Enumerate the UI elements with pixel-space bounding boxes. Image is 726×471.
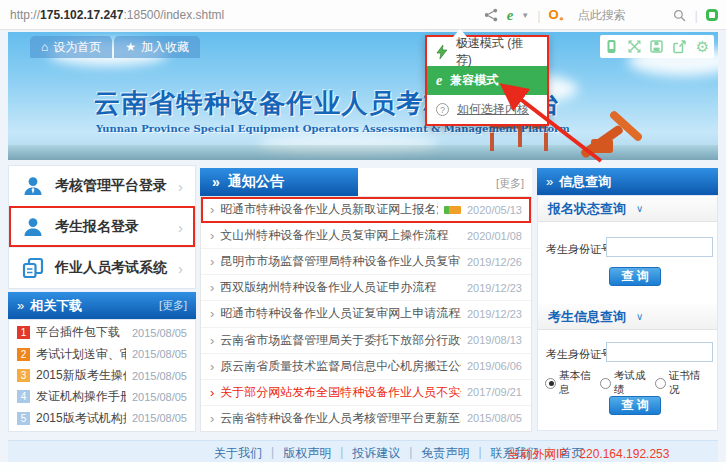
download-title: 考试计划送审、审核 ... bbox=[36, 346, 126, 363]
notice-item[interactable]: › 西双版纳州特种设备作业人员证申办流程 2019/12/23 bbox=[201, 275, 531, 301]
section-candidate-info-query[interactable]: 考生信息查询 ∨ bbox=[538, 304, 717, 330]
url-field[interactable]: http://175.102.17.247:18500/index.shtml bbox=[10, 8, 224, 22]
sidebar-item-exam-system[interactable]: 作业人员考试系统 › bbox=[9, 247, 195, 288]
downloads-list: 1 平台插件包下载 2015/08/05 2 考试计划送审、审核 ... 201… bbox=[8, 319, 196, 432]
downloads-more-link[interactable]: [更多] bbox=[159, 298, 187, 313]
notice-item[interactable]: › 关于部分网站发布全国特种设备作业人员不实信息... 2017/09/21 bbox=[201, 380, 531, 406]
download-date: 2015/08/05 bbox=[132, 412, 187, 424]
notice-item[interactable]: › 原云南省质量技术监督局信息中心机房搬迁公告 2019/06/06 bbox=[201, 354, 531, 380]
notice-item[interactable]: › 云南省市场监督管理局关于委托下放部分行政许可... 2019/08/13 bbox=[201, 328, 531, 354]
notice-title: 云南省特种设备作业人员考核管理平台更新至20... bbox=[220, 410, 461, 427]
menu-item-kernel-help[interactable]: ? 如何选择内核 bbox=[427, 95, 547, 124]
item-arrow-icon: › bbox=[210, 254, 214, 269]
footer-link-disclaimer[interactable]: 免责声明 bbox=[421, 445, 469, 462]
query-button[interactable]: 查 询 bbox=[609, 396, 661, 415]
notice-title: 原云南省质量技术监督局信息中心机房搬迁公告 bbox=[220, 358, 461, 375]
mode-dropdown-caret-icon[interactable]: ▼ bbox=[521, 11, 529, 20]
notice-date: 2020/01/08 bbox=[467, 230, 522, 242]
download-item[interactable]: 4 发证机构操作手册 2015/08/05 bbox=[9, 386, 195, 407]
radio-icon bbox=[655, 378, 666, 389]
ie-icon: e bbox=[436, 73, 442, 89]
person-tie-icon bbox=[21, 174, 45, 198]
downloads-title: 相关下载 bbox=[30, 297, 159, 315]
candidate-id-input[interactable] bbox=[606, 342, 713, 362]
mobile-icon[interactable] bbox=[604, 39, 619, 54]
notice-title: 昭通市特种设备作业人员新取证网上报名流程 bbox=[220, 201, 438, 218]
notice-date: 2019/12/23 bbox=[467, 308, 522, 320]
notices-more-link[interactable]: [更多] bbox=[496, 176, 524, 191]
radio-icon bbox=[545, 378, 556, 389]
item-arrow-icon: › bbox=[210, 280, 214, 295]
footer-link-complaints[interactable]: 投诉建议 bbox=[352, 445, 400, 462]
page-bottom-margin bbox=[0, 462, 726, 471]
radio-certificate-status[interactable]: 证书情况 bbox=[655, 369, 710, 397]
notice-item[interactable]: › 文山州特种设备作业人员复审网上操作流程 2020/01/08 bbox=[201, 223, 531, 249]
browser-address-bar: http://175.102.17.247:18500/index.shtml … bbox=[0, 0, 726, 30]
lightning-icon bbox=[436, 45, 448, 59]
footer-link-about[interactable]: 关于我们 bbox=[214, 445, 262, 462]
notice-date: 2019/08/13 bbox=[467, 334, 522, 346]
menu-item-compat-mode[interactable]: e 兼容模式 bbox=[427, 66, 547, 95]
set-homepage-link[interactable]: ⌂ 设为首页 bbox=[30, 36, 112, 58]
divider: | bbox=[409, 445, 412, 462]
download-date: 2015/08/05 bbox=[132, 327, 187, 339]
notices-list: › 昭通市特种设备作业人员新取证网上报名流程 2020/05/13 › 文山州特… bbox=[200, 196, 532, 432]
divider: | bbox=[695, 8, 698, 23]
sidebar-item-candidate-signup-login[interactable]: 考生报名登录 › bbox=[9, 206, 195, 247]
fullscreen-icon[interactable] bbox=[627, 39, 642, 54]
crane-cab-art bbox=[591, 139, 613, 153]
save-icon[interactable] bbox=[649, 39, 664, 54]
tab-notices[interactable]: » 通知公告 bbox=[200, 168, 358, 196]
notice-title: 文山州特种设备作业人员复审网上操作流程 bbox=[220, 227, 461, 244]
download-item[interactable]: 3 2015新版考生操作... 2015/08/05 bbox=[9, 365, 195, 386]
section-signup-status-query[interactable]: 报名状态查询 ∨ bbox=[538, 196, 717, 222]
chevron-right-icon: › bbox=[178, 260, 183, 277]
download-title: 平台插件包下载 bbox=[36, 324, 126, 341]
rank-badge: 5 bbox=[17, 412, 30, 425]
share-icon[interactable] bbox=[484, 8, 499, 23]
notice-item[interactable]: › 昭通市特种设备作业人员新取证网上报名流程 2020/05/13 bbox=[201, 197, 531, 223]
notice-title: 昆明市市场监督管理局特种设备作业人员复审流程... bbox=[220, 253, 461, 270]
candidate-id-input[interactable] bbox=[606, 237, 713, 257]
add-favorite-link[interactable]: ★ 加入收藏 bbox=[114, 36, 200, 58]
notice-item[interactable]: › 昆明市市场监督管理局特种设备作业人员复审流程... 2019/12/26 bbox=[201, 249, 531, 275]
search-input[interactable]: O。 点此搜索 bbox=[549, 6, 687, 24]
rank-badge: 1 bbox=[17, 326, 30, 339]
sidebar-item-assessment-platform-login[interactable]: 考核管理平台登录 › bbox=[9, 166, 195, 206]
notice-item[interactable]: › 云南省特种设备作业人员考核管理平台更新至20... 2015/08/05 bbox=[201, 406, 531, 431]
download-item[interactable]: 2 考试计划送审、审核 ... 2015/08/05 bbox=[9, 343, 195, 364]
menu-item-speed-mode[interactable]: 极速模式 (推荐) bbox=[427, 37, 547, 66]
download-item[interactable]: 5 2015版考试机构操... 2015/08/05 bbox=[9, 408, 195, 429]
item-arrow-icon: › bbox=[210, 306, 214, 321]
notice-date: 2015/08/05 bbox=[467, 412, 522, 424]
extension-icon[interactable] bbox=[706, 9, 718, 21]
notice-title: 关于部分网站发布全国特种设备作业人员不实信息... bbox=[220, 384, 461, 401]
double-chevron-icon: » bbox=[212, 174, 220, 190]
item-arrow-icon: › bbox=[210, 202, 214, 217]
export-icon[interactable] bbox=[672, 39, 687, 54]
notice-date: 2019/06/06 bbox=[467, 360, 522, 372]
rank-badge: 2 bbox=[17, 348, 30, 361]
login-panel: 考核管理平台登录 › 考生报名登录 › 作业人员考试系统 › bbox=[8, 165, 196, 289]
radio-exam-score[interactable]: 考试成绩 bbox=[600, 369, 655, 397]
double-chevron-icon: » bbox=[546, 174, 553, 189]
chevron-down-icon: ∨ bbox=[636, 311, 643, 322]
page-footer: 关于我们 | 版权声明 | 投诉建议 | 免责声明 | 联系我们 | 首页 当前… bbox=[8, 440, 718, 462]
notice-date: 2017/09/21 bbox=[467, 386, 522, 398]
exam-doc-icon bbox=[21, 256, 45, 280]
star-icon: ★ bbox=[125, 41, 136, 53]
notice-item[interactable]: › 昭通市特种设备作业人员证复审网上申请流程及相... 2019/12/23 bbox=[201, 301, 531, 327]
search-icon[interactable] bbox=[672, 8, 687, 23]
settings-gear-icon[interactable]: ⚙ bbox=[695, 39, 710, 54]
download-date: 2015/08/05 bbox=[132, 391, 187, 403]
query-button[interactable]: 查 询 bbox=[609, 267, 661, 286]
radio-basic-info[interactable]: 基本信息 bbox=[545, 369, 600, 397]
download-date: 2015/08/05 bbox=[132, 348, 187, 360]
ie-compat-mode-icon[interactable]: e bbox=[507, 8, 514, 23]
download-title: 2015新版考生操作... bbox=[36, 367, 126, 384]
add-favorite-label: 加入收藏 bbox=[141, 39, 189, 56]
divider: | bbox=[340, 445, 343, 462]
footer-link-copyright[interactable]: 版权声明 bbox=[283, 445, 331, 462]
download-item[interactable]: 1 平台插件包下载 2015/08/05 bbox=[9, 322, 195, 343]
home-icon: ⌂ bbox=[41, 41, 48, 53]
